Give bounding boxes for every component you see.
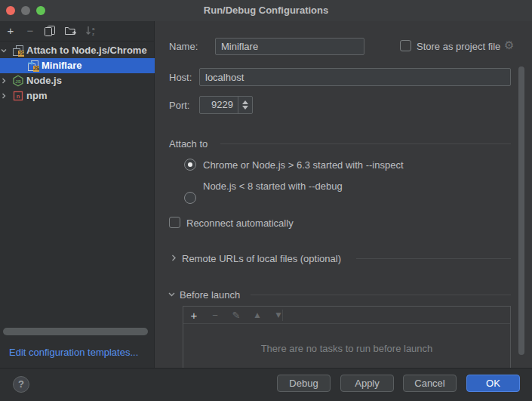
remove-icon[interactable]: − [24,25,36,37]
remote-urls-section-label[interactable]: Remote URLs of local files (optional) [182,253,341,264]
tree-item-miniflare[interactable]: JS Miniflare [0,58,155,73]
gear-icon[interactable]: ⚙ [504,39,514,52]
move-up-icon[interactable]: ▲ [251,311,263,319]
new-folder-icon[interactable] [64,25,76,37]
chevron-right-icon[interactable] [0,92,12,100]
svg-text:JS: JS [33,66,39,71]
chevron-right-icon[interactable] [170,253,177,263]
title-bar: Run/Debug Configurations [0,0,532,21]
store-as-project-file-label: Store as project file [417,41,500,52]
tree-item-label: Attach to Node.js/Chrome [26,43,147,58]
tree-item-npm[interactable]: n npm [0,88,155,103]
name-input[interactable] [215,38,364,55]
before-launch-panel: + − ✎ ▲ ▼ There are no tasks to run befo… [183,306,511,368]
nodejs-icon: JS [12,75,24,87]
store-as-project-file-checkbox[interactable] [400,40,411,51]
chevron-right-icon[interactable] [0,77,12,85]
help-button[interactable]: ? [13,376,29,393]
add-icon[interactable]: + [5,25,17,37]
port-value[interactable]: 9229 [200,97,238,113]
svg-text:JS: JS [18,51,24,56]
radio-debug[interactable] [184,192,196,204]
radio-inspect[interactable] [184,159,196,171]
edit-task-icon[interactable]: ✎ [230,310,242,321]
tree-item-attach-to-nodejs-chrome[interactable]: JS Attach to Node.js/Chrome [0,43,155,58]
before-launch-section-label[interactable]: Before launch [180,289,240,301]
debug-button[interactable]: Debug [277,375,331,392]
apply-button[interactable]: Apply [340,375,394,392]
radio-inspect-label[interactable]: Chrome or Node.js > 6.3 started with --i… [203,159,404,171]
chevron-down-icon[interactable] [0,47,12,54]
tree-item-label: Node.js [26,73,62,88]
svg-text:JS: JS [15,79,20,84]
reconnect-automatically-label[interactable]: Reconnect automatically [186,217,294,229]
svg-text:z: z [92,32,94,36]
attach-nodejs-chrome-icon: JS [12,45,24,57]
stepper-up-icon[interactable] [242,100,248,104]
tree-item-label: npm [26,88,47,103]
tree-item-nodejs[interactable]: JS Node.js [0,73,155,88]
port-stepper[interactable]: 9229 [199,96,253,114]
host-label: Host: [169,72,192,83]
svg-text:n: n [17,93,20,100]
name-label: Name: [169,41,198,52]
stepper-down-icon[interactable] [242,106,248,110]
port-stepper-buttons[interactable] [238,97,252,113]
add-task-icon[interactable]: + [188,309,200,322]
before-launch-toolbar: + − ✎ ▲ ▼ [183,307,510,324]
host-input[interactable] [199,68,511,86]
sort-alphabetically-icon[interactable]: a z [85,25,97,37]
toolbar-separator [282,310,283,321]
section-divider [220,143,511,144]
chevron-down-icon[interactable] [167,289,177,299]
port-label: Port: [169,100,189,111]
cancel-button[interactable]: Cancel [403,375,457,392]
copy-icon[interactable] [44,25,56,37]
section-divider [356,258,511,259]
section-divider [251,295,511,295]
no-tasks-message: There are no tasks to run before launch [183,343,510,354]
ok-button[interactable]: OK [466,375,520,392]
tree-item-label: Miniflare [42,58,81,73]
window-title: Run/Debug Configurations [0,5,532,16]
remove-task-icon[interactable]: − [209,310,221,321]
svg-text:a: a [92,26,95,31]
npm-icon: n [12,90,24,102]
attach-to-section-label: Attach to [169,138,208,150]
attach-config-icon: JS [27,60,39,72]
reconnect-automatically-checkbox[interactable] [169,217,180,228]
main-vertical-scrollbar[interactable] [518,66,524,355]
radio-debug-label[interactable]: Node.js < 8 started with --debug [203,180,343,192]
sidebar-horizontal-scrollbar[interactable] [3,328,148,335]
edit-configuration-templates-link[interactable]: Edit configuration templates... [9,347,138,358]
sidebar-toolbar [0,21,155,42]
